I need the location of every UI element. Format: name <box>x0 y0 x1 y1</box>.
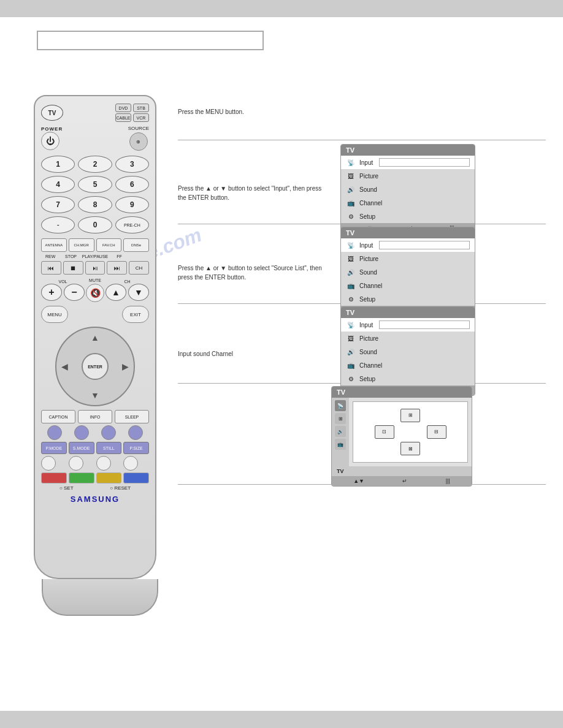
num-1-button[interactable]: 1 <box>41 156 75 173</box>
antenna-button[interactable]: ANTENNA <box>41 238 67 252</box>
dnse-button[interactable]: DNSe <box>123 238 149 252</box>
vol-down-button[interactable]: − <box>64 284 85 301</box>
cable-button[interactable]: CABLE <box>115 113 131 122</box>
info-button[interactable]: INFO <box>78 410 112 423</box>
footer-bar <box>0 711 563 728</box>
menu-picture-2[interactable]: 🖼 Picture <box>341 252 475 265</box>
power-button[interactable]: ⏻ <box>41 132 59 150</box>
source-button[interactable]: ⊕ <box>129 132 148 151</box>
num-7-button[interactable]: 7 <box>41 196 75 213</box>
green-button[interactable] <box>69 472 94 483</box>
num-9-button[interactable]: 9 <box>115 196 149 213</box>
dpad-ring: ▲ ▼ ◀ ▶ ENTER <box>55 327 135 406</box>
footer-enter-4: ↵ <box>402 478 407 484</box>
stb-button[interactable]: STB <box>133 104 149 112</box>
tv-panel-1: TV 📡 Input 🖼 Picture 🔊 Sound 📺 Channel ⚙… <box>340 144 475 233</box>
reset-label: ○ RESET <box>110 485 131 491</box>
color-extra-4[interactable] <box>123 456 138 471</box>
menu-sound-2[interactable]: 🔊 Sound <box>341 265 475 279</box>
fav-ch-button[interactable]: FAV.CH <box>96 238 122 252</box>
sleep-button[interactable]: SLEEP <box>115 410 149 423</box>
psize-button[interactable]: P.SIZE <box>123 442 149 454</box>
caption-button[interactable]: CAPTION <box>41 410 75 423</box>
ch-ff-button[interactable]: CH <box>129 261 149 275</box>
num-8-button[interactable]: 8 <box>78 196 112 213</box>
menu-button[interactable]: MENU <box>41 306 68 323</box>
vol-up-button[interactable]: + <box>41 284 62 301</box>
mute-button[interactable]: 🔇 <box>86 284 104 302</box>
tv-panel-3-title: TV <box>346 309 354 316</box>
exit-button[interactable]: EXIT <box>122 306 149 323</box>
vol-label: VOL <box>41 279 85 284</box>
diagram-middle-row: ⊡ ⊟ <box>358 425 462 439</box>
ch-up-button[interactable]: ▲ <box>105 284 126 301</box>
instr-text-2: Press the ▲ or ▼ button to select "Input… <box>178 184 331 202</box>
dpad-up[interactable]: ▲ <box>91 333 99 343</box>
vol-btns-row: VOL + − MUTE 🔇 CH ▲ ▼ <box>41 278 149 302</box>
menu-input-1[interactable]: 📡 Input <box>341 156 475 169</box>
num-5-button[interactable]: 5 <box>78 176 112 193</box>
menu-exit-row: MENU EXIT <box>41 306 149 323</box>
remote-top-row: TV DVD STB CABLE VCR <box>41 104 149 122</box>
dash-button[interactable]: - <box>41 216 75 233</box>
menu-channel-1[interactable]: 📺 Channel <box>341 196 475 210</box>
extra-btn-2[interactable] <box>74 425 89 440</box>
menu-picture-3[interactable]: 🖼 Picture <box>341 332 475 345</box>
dpad-left[interactable]: ◀ <box>61 362 68 371</box>
dpad-down[interactable]: ▼ <box>91 390 99 400</box>
tv-panel-1-title: TV <box>346 146 354 154</box>
num-2-button[interactable]: 2 <box>78 156 112 173</box>
dvd-stb-row: DVD STB <box>115 104 149 112</box>
num-4-button[interactable]: 4 <box>41 176 75 193</box>
input-icon-2: 📡 <box>346 240 356 250</box>
numpad: 1 2 3 4 5 6 7 8 9 - 0 PRE-CH <box>41 156 149 233</box>
stop-button[interactable]: ⏹ <box>63 261 83 275</box>
cable-vcr-row: CABLE VCR <box>115 113 149 122</box>
num-6-button[interactable]: 6 <box>115 176 149 193</box>
num-0-button[interactable]: 0 <box>78 216 112 233</box>
num-3-button[interactable]: 3 <box>115 156 149 173</box>
menu-setup-1[interactable]: ⚙ Setup <box>341 210 475 223</box>
rew-button[interactable]: ⏮ <box>41 261 61 275</box>
red-button[interactable] <box>41 472 67 483</box>
vcr-button[interactable]: VCR <box>133 113 149 122</box>
extra-btn-4[interactable] <box>128 425 143 440</box>
play-pause-button[interactable]: ⏯ <box>85 261 105 275</box>
instruction-block-4: Input sound Charnel <box>178 349 331 358</box>
dvd-button[interactable]: DVD <box>115 104 131 112</box>
enter-button[interactable]: ENTER <box>82 353 109 380</box>
ff-button[interactable]: ⏭ <box>107 261 127 275</box>
extra-btn-1[interactable] <box>47 425 62 440</box>
power-row: POWER ⏻ SOURCE ⊕ <box>41 126 149 151</box>
blue-button[interactable] <box>123 472 149 483</box>
ch-down-button[interactable]: ▼ <box>128 284 149 301</box>
menu-input-3[interactable]: 📡 Input <box>341 318 475 332</box>
icon-col-4: 📺 <box>335 439 346 450</box>
yellow-button[interactable] <box>96 472 122 483</box>
pmode-button[interactable]: P.MODE <box>41 442 67 454</box>
transport-row: ⏮ ⏹ ⏯ ⏭ CH <box>41 261 149 275</box>
menu-channel-3[interactable]: 📺 Channel <box>341 358 475 372</box>
color-btn-row <box>41 472 149 483</box>
menu-setup-2[interactable]: ⚙ Setup <box>341 292 475 306</box>
source-label: SOURCE <box>128 126 149 131</box>
smode-button[interactable]: S.MODE <box>69 442 94 454</box>
tv-button[interactable]: TV <box>41 105 63 121</box>
menu-picture-1[interactable]: 🖼 Picture <box>341 169 475 183</box>
extra-btn-3[interactable] <box>101 425 116 440</box>
pre-ch-button[interactable]: PRE-CH <box>115 216 149 233</box>
menu-channel-2[interactable]: 📺 Channel <box>341 279 475 292</box>
still-button[interactable]: STILL <box>96 442 122 454</box>
dpad-right[interactable]: ▶ <box>122 362 129 371</box>
menu-sound-3[interactable]: 🔊 Sound <box>341 345 475 358</box>
tv-panel-3: TV 📡 Input 🖼 Picture 🔊 Sound 📺 Channel ⚙… <box>340 306 475 396</box>
footer-exit-4: ||| <box>446 478 450 484</box>
menu-input-2[interactable]: 📡 Input <box>341 238 475 252</box>
color-extra-3[interactable] <box>96 456 111 471</box>
menu-setup-3[interactable]: ⚙ Setup <box>341 372 475 385</box>
ch-label-remote: CH <box>105 279 149 284</box>
color-extra-2[interactable] <box>69 456 83 471</box>
ch-mgr-button[interactable]: CH.MGR <box>69 238 94 252</box>
color-extra-1[interactable] <box>41 456 56 471</box>
menu-sound-1[interactable]: 🔊 Sound <box>341 183 475 196</box>
